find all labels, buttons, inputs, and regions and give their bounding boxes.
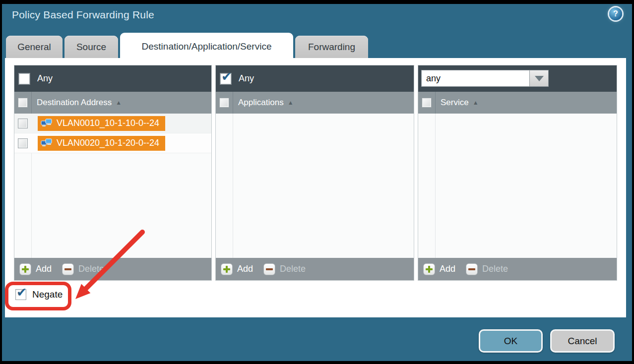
network-icon bbox=[41, 138, 53, 148]
row-checkbox[interactable]: ✔ bbox=[18, 138, 28, 148]
add-icon bbox=[221, 263, 233, 275]
address-object-chip[interactable]: VLAN0010_10-1-10-0--24 bbox=[38, 116, 165, 131]
add-button[interactable]: Add bbox=[19, 263, 52, 275]
service-toolbar: Add Delete bbox=[418, 258, 617, 280]
applications-list bbox=[216, 114, 414, 258]
applications-toolbar: Add Delete bbox=[216, 258, 414, 280]
destination-panel: ✔ Any ✔ Destination Address ▲ ✔ VL bbox=[14, 65, 212, 281]
service-dropdown-header: any bbox=[418, 65, 617, 92]
add-icon bbox=[423, 263, 435, 275]
service-dropdown[interactable]: any bbox=[421, 70, 549, 87]
add-icon bbox=[19, 263, 31, 275]
applications-column-header[interactable]: ✔ Applications ▲ bbox=[216, 92, 414, 114]
applications-column-label: Applications bbox=[238, 98, 284, 108]
destination-selectall-checkbox[interactable]: ✔ bbox=[18, 98, 28, 108]
delete-button[interactable]: Delete bbox=[263, 263, 306, 275]
dialog-title: Policy Based Forwarding Rule bbox=[12, 9, 154, 21]
delete-icon bbox=[466, 263, 478, 275]
network-icon bbox=[41, 119, 53, 128]
address-object-name: VLAN0020_10-1-20-0--24 bbox=[57, 138, 159, 148]
column-divider bbox=[435, 92, 436, 114]
negate-label: Negate bbox=[32, 289, 63, 300]
address-object-chip[interactable]: VLAN0020_10-1-20-0--24 bbox=[38, 136, 165, 151]
negate-checkbox[interactable]: ✔ bbox=[15, 289, 26, 300]
destination-column-header[interactable]: ✔ Destination Address ▲ bbox=[14, 92, 211, 114]
address-object-name: VLAN0010_10-1-10-0--24 bbox=[57, 118, 159, 128]
add-label: Add bbox=[36, 264, 52, 274]
add-button[interactable]: Add bbox=[423, 263, 455, 275]
chevron-down-icon bbox=[535, 76, 544, 81]
destination-list: ✔ VLAN0010_10-1-10-0--24 ✔ bbox=[14, 114, 211, 258]
applications-selectall-checkbox[interactable]: ✔ bbox=[219, 98, 229, 108]
delete-label: Delete bbox=[78, 264, 104, 274]
sort-asc-icon: ▲ bbox=[473, 99, 479, 106]
service-list bbox=[418, 114, 617, 258]
add-button[interactable]: Add bbox=[221, 263, 253, 275]
list-divider bbox=[233, 114, 233, 258]
applications-any-label: Any bbox=[239, 73, 254, 84]
destination-row[interactable]: ✔ VLAN0010_10-1-10-0--24 bbox=[14, 114, 211, 133]
column-divider bbox=[31, 92, 32, 114]
negate-control: ✔ Negate bbox=[15, 289, 63, 300]
applications-any-header: ✔ Any bbox=[216, 65, 414, 92]
delete-icon bbox=[263, 263, 275, 275]
sort-asc-icon: ▲ bbox=[288, 99, 294, 106]
tab-general[interactable]: General bbox=[6, 36, 63, 59]
delete-button[interactable]: Delete bbox=[62, 263, 104, 275]
checkmark-icon: ✔ bbox=[221, 69, 232, 84]
service-dropdown-value[interactable]: any bbox=[421, 70, 530, 87]
service-column-label: Service bbox=[441, 98, 469, 108]
delete-label: Delete bbox=[280, 264, 306, 274]
cancel-button[interactable]: Cancel bbox=[550, 329, 615, 353]
service-selectall-checkbox[interactable]: ✔ bbox=[422, 98, 432, 108]
help-icon[interactable]: ? bbox=[609, 7, 622, 20]
list-divider bbox=[435, 114, 436, 258]
add-label: Add bbox=[440, 264, 455, 274]
tab-content-area: ✔ Any ✔ Destination Address ▲ ✔ VL bbox=[5, 58, 626, 317]
delete-button[interactable]: Delete bbox=[466, 263, 508, 275]
add-label: Add bbox=[237, 264, 253, 274]
dropdown-button[interactable] bbox=[530, 70, 549, 87]
tab-source[interactable]: Source bbox=[64, 36, 118, 59]
delete-icon bbox=[62, 263, 74, 275]
service-column-header[interactable]: ✔ Service ▲ bbox=[418, 92, 617, 114]
destination-any-header: ✔ Any bbox=[14, 65, 211, 92]
ok-button[interactable]: OK bbox=[479, 329, 543, 353]
sort-asc-icon: ▲ bbox=[116, 99, 122, 106]
applications-any-checkbox[interactable]: ✔ bbox=[220, 73, 231, 84]
checkmark-icon: ✔ bbox=[16, 285, 27, 300]
destination-column-label: Destination Address bbox=[37, 98, 112, 108]
delete-label: Delete bbox=[482, 264, 508, 274]
destination-toolbar: Add Delete bbox=[14, 258, 211, 280]
tab-forwarding[interactable]: Forwarding bbox=[295, 36, 368, 59]
service-panel: any ✔ Service ▲ Add Delete bbox=[418, 65, 617, 281]
destination-any-checkbox[interactable]: ✔ bbox=[19, 73, 30, 84]
tab-destination-application-service[interactable]: Destination/Application/Service bbox=[120, 33, 293, 60]
applications-panel: ✔ Any ✔ Applications ▲ Add Delete bbox=[215, 65, 414, 281]
row-checkbox[interactable]: ✔ bbox=[18, 119, 28, 128]
column-divider bbox=[233, 92, 233, 114]
destination-row[interactable]: ✔ VLAN0020_10-1-20-0--24 bbox=[14, 133, 211, 153]
destination-any-label: Any bbox=[37, 73, 53, 84]
